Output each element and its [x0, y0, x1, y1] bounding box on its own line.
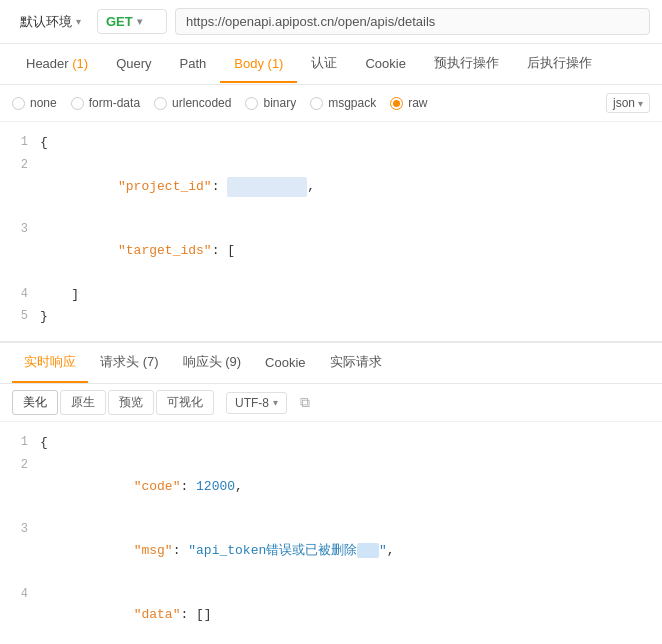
env-selector[interactable]: 默认环境 ▾ — [12, 9, 89, 35]
env-chevron-icon: ▾ — [76, 16, 81, 27]
response-body-viewer: 1 { 2 "code": 12000, 3 "msg": "api_token… — [0, 422, 662, 644]
url-bar: 默认环境 ▾ GET ▾ — [0, 0, 662, 44]
radio-msgpack — [310, 97, 323, 110]
tab-body[interactable]: Body (1) — [220, 46, 297, 83]
tab-header[interactable]: Header (1) — [12, 46, 102, 83]
body-type-msgpack[interactable]: msgpack — [310, 96, 376, 110]
req-headers-badge: (7) — [143, 354, 159, 369]
radio-raw — [390, 97, 403, 110]
resp-tab-req-headers[interactable]: 请求头 (7) — [88, 343, 171, 383]
json-dropdown-chevron-icon: ▾ — [638, 98, 643, 109]
encoding-chevron-icon: ▾ — [273, 397, 278, 408]
resp-line-2: 2 "code": 12000, — [0, 455, 662, 519]
resp-line-4: 4 "data": [] — [0, 584, 662, 644]
body-type-binary[interactable]: binary — [245, 96, 296, 110]
encoding-label: UTF-8 — [235, 396, 269, 410]
body-type-none[interactable]: none — [12, 96, 57, 110]
json-format-label: json — [613, 96, 635, 110]
request-body-editor[interactable]: 1 { 2 "project_id": , 3 "target_ids": [ … — [0, 122, 662, 342]
radio-none — [12, 97, 25, 110]
tab-post-exec[interactable]: 后执行操作 — [513, 44, 606, 84]
response-tabs: 实时响应 请求头 (7) 响应头 (9) Cookie 实际请求 — [0, 343, 662, 384]
req-line-2: 2 "project_id": , — [0, 155, 662, 219]
req-line-4: 4 ] — [0, 284, 662, 307]
body-type-form-data[interactable]: form-data — [71, 96, 140, 110]
format-preview-button[interactable]: 预览 — [108, 390, 154, 415]
format-beautify-button[interactable]: 美化 — [12, 390, 58, 415]
json-format-dropdown[interactable]: json ▾ — [606, 93, 650, 113]
resp-headers-badge: (9) — [225, 354, 241, 369]
header-badge: (1) — [72, 56, 88, 71]
encoding-select[interactable]: UTF-8 ▾ — [226, 392, 287, 414]
url-input[interactable] — [175, 8, 650, 35]
body-type-bar: none form-data urlencoded binary msgpack… — [0, 85, 662, 122]
resp-tab-resp-headers[interactable]: 响应头 (9) — [171, 343, 254, 383]
format-raw-button[interactable]: 原生 — [60, 390, 106, 415]
radio-binary — [245, 97, 258, 110]
copy-button[interactable]: ⧉ — [295, 392, 315, 413]
request-tabs: Header (1) Query Path Body (1) 认证 Cookie… — [0, 44, 662, 85]
resp-tab-realtime[interactable]: 实时响应 — [12, 343, 88, 383]
tab-path[interactable]: Path — [166, 46, 221, 83]
req-line-1: 1 { — [0, 132, 662, 155]
req-line-3: 3 "target_ids": [ — [0, 219, 662, 283]
tab-cookie[interactable]: Cookie — [351, 46, 419, 83]
req-line-5: 5 } — [0, 306, 662, 329]
radio-urlencoded — [154, 97, 167, 110]
response-section: 实时响应 请求头 (7) 响应头 (9) Cookie 实际请求 美化 原生 预… — [0, 342, 662, 644]
resp-line-3: 3 "msg": "api_token错误或已被删除 ", — [0, 519, 662, 583]
tab-pre-exec[interactable]: 预执行操作 — [420, 44, 513, 84]
radio-form-data — [71, 97, 84, 110]
resp-tab-actual-req[interactable]: 实际请求 — [318, 343, 394, 383]
response-format-bar: 美化 原生 预览 可视化 UTF-8 ▾ ⧉ — [0, 384, 662, 422]
tab-auth[interactable]: 认证 — [297, 44, 351, 84]
resp-tab-cookie[interactable]: Cookie — [253, 345, 317, 382]
body-badge: (1) — [268, 56, 284, 71]
body-type-urlencoded[interactable]: urlencoded — [154, 96, 231, 110]
body-type-raw[interactable]: raw — [390, 96, 427, 110]
format-visualize-button[interactable]: 可视化 — [156, 390, 214, 415]
msg-highlight — [357, 543, 379, 558]
method-selector[interactable]: GET ▾ — [97, 9, 167, 34]
resp-line-1: 1 { — [0, 432, 662, 455]
tab-query[interactable]: Query — [102, 46, 165, 83]
method-label: GET — [106, 14, 133, 29]
method-chevron-icon: ▾ — [137, 16, 142, 27]
env-label: 默认环境 — [20, 13, 72, 31]
